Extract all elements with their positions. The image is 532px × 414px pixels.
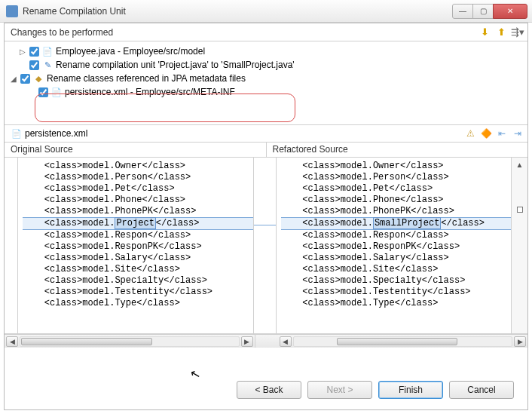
tree-checkbox[interactable] [29, 47, 39, 57]
minimize-button[interactable]: — [452, 4, 473, 19]
titlebar: Rename Compilation Unit — ▢ ✕ [0, 0, 532, 23]
file-bar: 📄 persistence.xml ⚠ 🔶 ⇤ ⇥ [5, 124, 527, 143]
next-button: Next > [307, 381, 372, 399]
diff-connector [254, 158, 277, 333]
finish-button[interactable]: Finish [378, 381, 443, 399]
ruler-up-icon[interactable]: ▲ [516, 161, 524, 169]
jpa-icon: ◆ [32, 72, 44, 84]
tree-item-label: Employee.java - Employee/src/model [56, 46, 205, 57]
compare-copy-right-icon[interactable]: ⇥ [511, 127, 524, 140]
changes-header-label: Changes to be performed [11, 27, 478, 38]
dialog-content: Changes to be performed ⬇ ⬆ ⇶▾ ▷ 📄 Emplo… [4, 23, 528, 410]
left-gutter [5, 158, 18, 333]
back-button[interactable]: < Back [237, 381, 301, 399]
tree-item-label: Rename classes referenced in JPA metadat… [47, 73, 246, 84]
tree-item-label: persistence.xml - Employee/src/META-INF [65, 87, 235, 97]
scroll-right-button[interactable]: ▶ [241, 336, 253, 347]
tree-item[interactable]: 📄 persistence.xml - Employee/src/META-IN… [9, 85, 523, 99]
tree-item[interactable]: ✎ Rename compilation unit 'Project.java'… [9, 58, 523, 72]
tree-item[interactable]: ▷ 📄 Employee.java - Employee/src/model [9, 44, 523, 58]
filter-icon[interactable]: ⇶▾ [511, 26, 524, 39]
diff-column-headers: Original Source Refactored Source [5, 143, 527, 158]
original-source-pane[interactable]: <class>model.Owner</class> <class>model.… [18, 158, 254, 333]
changes-header: Changes to be performed ⬇ ⬆ ⇶▾ [5, 23, 527, 41]
tree-item[interactable]: ◢ ◆ Rename classes referenced in JPA met… [9, 72, 523, 85]
compare-prev-icon[interactable]: 🔶 [479, 127, 493, 140]
scroll-track[interactable] [293, 336, 513, 347]
compare-copy-left-icon[interactable]: ⇤ [495, 127, 509, 140]
tree-checkbox[interactable] [20, 74, 30, 84]
overview-ruler[interactable]: ▲ [511, 158, 527, 333]
refactored-source-pane[interactable]: <class>model.Owner</class> <class>model.… [277, 158, 512, 333]
next-change-icon[interactable]: ⬇ [478, 26, 491, 39]
horizontal-scrollbars: ◀ ▶ ◀ ▶ [5, 334, 527, 348]
compare-next-icon[interactable]: ⚠ [463, 127, 477, 140]
diff-viewer: <class>model.Owner</class> <class>model.… [5, 158, 527, 334]
tree-checkbox[interactable] [38, 87, 48, 97]
xml-file-icon: 📄 [50, 86, 63, 98]
cancel-button[interactable]: Cancel [449, 381, 514, 399]
rename-icon: ✎ [41, 59, 54, 71]
tree-item-label: Rename compilation unit 'Project.java' t… [56, 60, 295, 70]
xml-file-icon: 📄 [11, 127, 23, 140]
expander-icon[interactable]: ▷ [18, 48, 27, 56]
app-icon [6, 5, 18, 17]
file-name: persistence.xml [25, 128, 463, 139]
window-title: Rename Compilation Unit [23, 6, 453, 17]
scroll-right-button[interactable]: ▶ [514, 336, 526, 347]
refactored-source-header: Refactored Source [267, 143, 528, 157]
maximize-button[interactable]: ▢ [472, 4, 494, 19]
close-button[interactable]: ✕ [493, 4, 527, 19]
change-marker[interactable] [517, 207, 523, 213]
changes-tree: ▷ 📄 Employee.java - Employee/src/model ✎… [5, 41, 527, 118]
scroll-left-button[interactable]: ◀ [280, 336, 292, 347]
original-source-header: Original Source [5, 143, 267, 157]
scroll-left-button[interactable]: ◀ [6, 336, 18, 347]
java-file-icon: 📄 [41, 45, 54, 57]
tree-checkbox[interactable] [29, 60, 39, 70]
scroll-track[interactable] [20, 336, 240, 347]
prev-change-icon[interactable]: ⬆ [494, 26, 508, 39]
expander-icon[interactable]: ◢ [9, 75, 18, 83]
button-bar: < Back Next > Finish Cancel [237, 381, 514, 399]
